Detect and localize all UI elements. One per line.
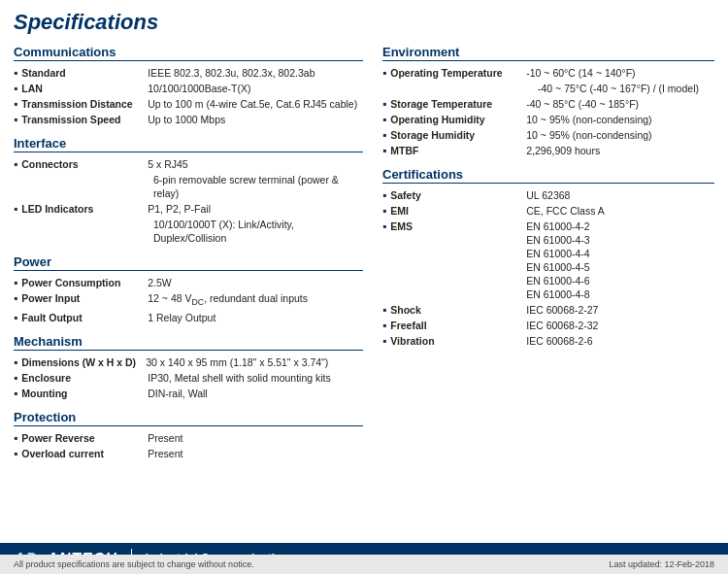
bullet-icon: ▪ <box>14 355 17 369</box>
list-item: ▪ Power Input 12 ~ 48 VDC, redundant dua… <box>14 291 363 309</box>
spec-label: Overload current <box>21 447 148 460</box>
spec-label: Storage Humidity <box>390 128 526 142</box>
list-item: ▪ MTBF 2,296,909 hours <box>382 144 714 157</box>
spec-value: 2,296,909 hours <box>526 144 600 157</box>
list-item: ▪ Operating Temperature -10 ~ 60°C (14 ~… <box>382 66 714 80</box>
spec-label: Connectors <box>21 157 148 171</box>
footer-updated: Last updated: 12-Feb-2018 <box>609 559 714 569</box>
bullet-icon: ▪ <box>382 144 386 157</box>
section-protection: Protection <box>14 410 363 426</box>
spec-value: 10 ~ 95% (non-condensing) <box>526 113 651 126</box>
spec-label: Shock <box>390 303 526 317</box>
bullet-icon: ▪ <box>14 387 17 400</box>
section-mechanism: Mechanism <box>14 334 363 351</box>
spec-value: IEEE 802.3, 802.3u, 802.3x, 802.3ab <box>148 66 314 80</box>
bullet-icon: ▪ <box>382 204 386 218</box>
spec-label: Power Consumption <box>21 276 148 289</box>
list-item: ▪ Operating Humidity 10 ~ 95% (non-conde… <box>382 113 714 126</box>
bullet-icon: ▪ <box>14 97 17 111</box>
bullet-icon: ▪ <box>14 447 17 460</box>
spec-value: Present <box>148 447 182 460</box>
spec-value: 10 ~ 95% (non-condensing) <box>526 128 651 142</box>
spec-label: Operating Temperature <box>390 66 526 80</box>
spec-value-extra: 10/100/1000T (X): Link/Activity, Duplex/… <box>23 218 363 245</box>
spec-label: Fault Output <box>21 311 148 324</box>
bullet-icon: ▪ <box>14 431 17 445</box>
list-item: ▪ Shock IEC 60068-2-27 <box>382 303 714 317</box>
list-item: ▪ Storage Temperature -40 ~ 85°C (-40 ~ … <box>382 97 714 111</box>
spec-label: Transmission Speed <box>21 113 148 126</box>
spec-value: -40 ~ 85°C (-40 ~ 185°F) <box>526 97 639 111</box>
spec-label: Storage Temperature <box>390 97 526 111</box>
bullet-icon: ▪ <box>14 66 17 80</box>
spec-value: IP30, Metal shell with solid mounting ki… <box>148 371 331 385</box>
spec-value: DIN-rail, Wall <box>148 387 207 400</box>
section-environment: Environment <box>382 45 714 61</box>
list-item: ▪ Power Consumption 2.5W <box>14 276 363 289</box>
spec-value: UL 62368 <box>526 188 570 202</box>
bullet-icon: ▪ <box>382 97 386 111</box>
spec-value: Up to 100 m (4-wire Cat.5e, Cat.6 RJ45 c… <box>148 97 357 111</box>
spec-label: Transmission Distance <box>21 97 148 111</box>
spec-value: Up to 1000 Mbps <box>148 113 225 126</box>
list-item: ▪ LED Indicators P1, P2, P-Fail <box>14 202 363 216</box>
bullet-icon: ▪ <box>382 334 386 348</box>
footer-bottom: All product specifications are subject t… <box>0 555 728 574</box>
spec-label: Standard <box>21 66 148 80</box>
right-column: Environment ▪ Operating Temperature -10 … <box>373 45 714 462</box>
bullet-icon: ▪ <box>382 113 386 126</box>
spec-label: Power Reverse <box>21 431 148 445</box>
page-title: Specifications <box>14 10 714 35</box>
bullet-icon: ▪ <box>14 291 17 305</box>
left-column: Communications ▪ Standard IEEE 802.3, 80… <box>14 45 373 462</box>
spec-label: EMI <box>390 204 526 218</box>
bullet-icon: ▪ <box>382 128 386 142</box>
bullet-icon: ▪ <box>14 82 17 95</box>
spec-value: 12 ~ 48 VDC, redundant dual inputs <box>148 291 308 309</box>
spec-value: P1, P2, P-Fail <box>148 202 211 216</box>
bullet-icon: ▪ <box>14 311 17 324</box>
spec-value: CE, FCC Class A <box>526 204 605 218</box>
bullet-icon: ▪ <box>382 219 386 233</box>
section-certifications: Certifications <box>382 167 714 184</box>
list-item-extra: -40 ~ 75°C (-40 ~ 167°F) / (I model) <box>382 82 714 95</box>
bullet-icon: ▪ <box>14 202 17 216</box>
bullet-icon: ▪ <box>382 188 386 202</box>
spec-label: Power Input <box>21 291 148 305</box>
list-item: ▪ Fault Output 1 Relay Output <box>14 311 363 324</box>
bullet-icon: ▪ <box>382 66 386 80</box>
list-item: ▪ Connectors 5 x RJ45 <box>14 157 363 171</box>
list-item: ▪ Enclosure IP30, Metal shell with solid… <box>14 371 363 385</box>
spec-value: 5 x RJ45 <box>148 157 187 171</box>
spec-label: Safety <box>390 188 526 202</box>
spec-value-extra: 6-pin removable screw terminal (power & … <box>23 173 363 200</box>
spec-label: MTBF <box>390 144 526 157</box>
spec-value: 1 Relay Output <box>148 311 215 324</box>
spec-label: LAN <box>21 82 148 95</box>
list-item-extra: 10/100/1000T (X): Link/Activity, Duplex/… <box>14 218 363 245</box>
list-item: ▪ EMS EN 61000-4-2 EN 61000-4-3 EN 61000… <box>382 219 714 301</box>
spec-value: EN 61000-4-2 EN 61000-4-3 EN 61000-4-4 E… <box>526 219 589 301</box>
section-power: Power <box>14 254 363 271</box>
spec-label: Enclosure <box>21 371 148 385</box>
list-item: ▪ EMI CE, FCC Class A <box>382 204 714 218</box>
list-item: ▪ Vibration IEC 60068-2-6 <box>382 334 714 348</box>
list-item: ▪ Transmission Distance Up to 100 m (4-w… <box>14 97 363 111</box>
spec-value: IEC 60068-2-32 <box>526 319 598 332</box>
spec-value: 2.5W <box>148 276 172 289</box>
footer-notice: All product specifications are subject t… <box>14 559 254 569</box>
bullet-icon: ▪ <box>382 319 386 332</box>
spec-value: IEC 60068-2-27 <box>526 303 598 317</box>
list-item: ▪ Storage Humidity 10 ~ 95% (non-condens… <box>382 128 714 142</box>
list-item: ▪ Overload current Present <box>14 447 363 460</box>
bullet-icon: ▪ <box>14 371 17 385</box>
spec-value-extra: -40 ~ 75°C (-40 ~ 167°F) / (I model) <box>392 82 699 95</box>
spec-label: LED Indicators <box>21 202 148 216</box>
spec-label: Freefall <box>390 319 526 332</box>
spec-label: Operating Humidity <box>390 113 526 126</box>
bullet-icon: ▪ <box>382 303 386 317</box>
spec-value: 10/100/1000Base-T(X) <box>148 82 250 95</box>
bullet-icon: ▪ <box>14 276 17 289</box>
list-item: ▪ Power Reverse Present <box>14 431 363 445</box>
bullet-icon: ▪ <box>14 157 17 171</box>
